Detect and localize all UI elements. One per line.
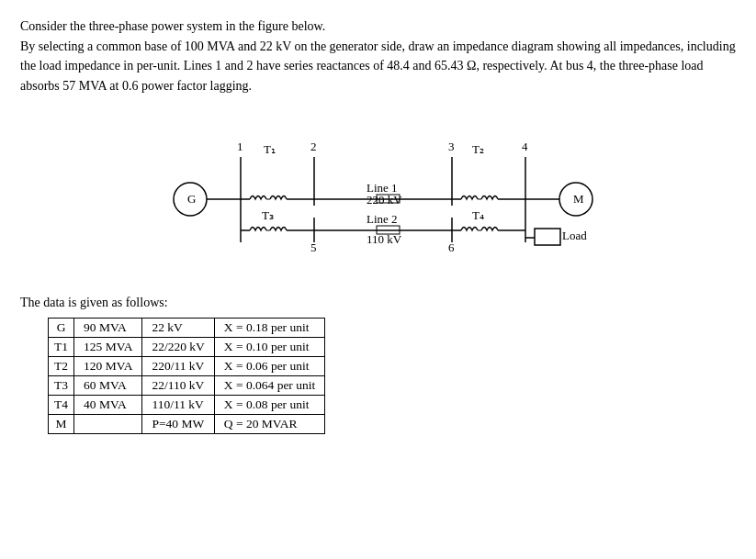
table-cell-comp: M [49, 414, 74, 433]
table-cell-col3: X = 0.06 per unit [214, 356, 324, 375]
table-cell-col2: 110/11 kV [142, 395, 214, 414]
table-cell-col3: X = 0.18 per unit [214, 318, 324, 337]
table-cell-col2: 22/110 kV [142, 375, 214, 395]
svg-rect-18 [535, 229, 560, 245]
problem-line1: Consider the three-phase power system in… [20, 17, 736, 37]
t3-label: T₃ [262, 208, 274, 222]
table-cell-col2: 22/220 kV [142, 337, 214, 356]
problem-line2: By selecting a common base of 100 MVA an… [20, 37, 736, 96]
bus6-label: 6 [448, 240, 455, 254]
data-table: G90 MVA22 kVX = 0.18 per unitT1125 MVA22… [48, 318, 325, 434]
bus4-label: 4 [522, 140, 528, 153]
table-row: T2120 MVA220/11 kVX = 0.06 per unit [49, 356, 325, 375]
table-cell-col2: 220/11 kV [142, 356, 214, 375]
bus2-label: 2 [310, 140, 317, 153]
load-label: Load [562, 229, 587, 242]
bus3-label: 3 [448, 140, 455, 153]
circuit-diagram: G T₁ 1 2 3 4 Line 1 220 kV T₂ [20, 109, 736, 279]
table-cell-comp: T2 [49, 356, 74, 375]
table-cell-comp: T3 [49, 375, 74, 395]
table-cell-comp: G [49, 318, 74, 337]
circuit-svg: G T₁ 1 2 3 4 Line 1 220 kV T₂ [121, 109, 636, 279]
table-row: T1125 MVA22/220 kVX = 0.10 per unit [49, 337, 325, 356]
t1-label: T₁ [264, 142, 276, 156]
motor-label: M [573, 192, 584, 206]
table-cell-col2: P=40 MW [142, 414, 214, 433]
table-cell-col2: 22 kV [142, 318, 214, 337]
table-cell-col1: 120 MVA [74, 356, 142, 375]
table-cell-comp: T1 [49, 337, 74, 356]
bus1-label: 1 [237, 140, 243, 153]
line2-label: Line 2 [367, 212, 398, 226]
table-row: T360 MVA22/110 kVX = 0.064 per unit [49, 375, 325, 395]
table-cell-col1: 90 MVA [74, 318, 142, 337]
bus5-label: 5 [310, 240, 317, 254]
table-cell-col1: 125 MVA [74, 337, 142, 356]
t4-label: T₄ [472, 208, 484, 222]
table-cell-col1 [74, 414, 142, 433]
table-cell-col3: Q = 20 MVAR [214, 414, 324, 433]
data-intro: The data is given as follows: [20, 296, 736, 310]
table-cell-col3: X = 0.08 per unit [214, 395, 324, 414]
problem-text: Consider the three-phase power system in… [20, 17, 736, 96]
table-row: G90 MVA22 kVX = 0.18 per unit [49, 318, 325, 337]
table-cell-col1: 60 MVA [74, 375, 142, 395]
table-row: T440 MVA110/11 kVX = 0.08 per unit [49, 395, 325, 414]
table-cell-comp: T4 [49, 395, 74, 414]
table-cell-col1: 40 MVA [74, 395, 142, 414]
gen-label: G [187, 192, 196, 206]
t2-label: T₂ [472, 142, 484, 156]
table-cell-col3: X = 0.10 per unit [214, 337, 324, 356]
table-cell-col3: X = 0.064 per unit [214, 375, 324, 395]
table-row: MP=40 MWQ = 20 MVAR [49, 414, 325, 433]
data-section: The data is given as follows: G90 MVA22 … [20, 296, 736, 434]
